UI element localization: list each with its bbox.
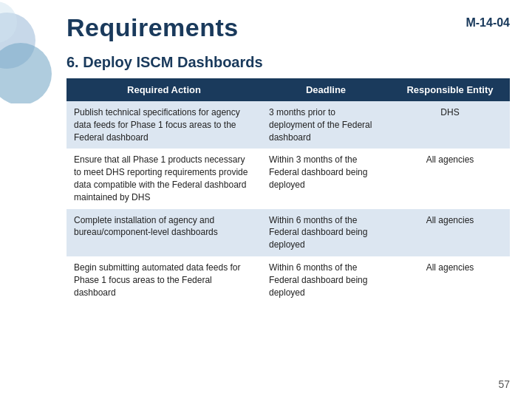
page-title: Requirements <box>66 13 239 42</box>
table-row: Complete installation of agency and bure… <box>66 209 510 256</box>
cell-entity: All agencies <box>390 149 510 208</box>
page-number: 57 <box>498 378 510 390</box>
cell-entity: DHS <box>390 101 510 149</box>
page-container: Requirements M-14-04 6. Deploy ISCM Dash… <box>0 0 532 399</box>
header-action: Required Action <box>66 78 262 101</box>
memo-id: M-14-04 <box>466 13 510 30</box>
cell-deadline: Within 6 months of the Federal dashboard… <box>262 209 390 256</box>
cell-entity: All agencies <box>390 209 510 256</box>
cell-action: Publish technical specifications for age… <box>66 101 262 149</box>
cell-entity: All agencies <box>390 256 510 304</box>
cell-action: Complete installation of agency and bure… <box>66 209 262 256</box>
section-subtitle: 6. Deploy ISCM Dashboards <box>0 50 532 78</box>
table-header-row: Required Action Deadline Responsible Ent… <box>66 78 510 101</box>
header-deadline: Deadline <box>262 78 390 101</box>
cell-action: Begin submitting automated data feeds fo… <box>66 256 262 304</box>
svg-point-1 <box>0 43 52 103</box>
cell-deadline: Within 3 months of the Federal dashboard… <box>262 149 390 208</box>
cell-deadline: Within 6 months of the Federal dashboard… <box>262 256 390 304</box>
cell-action: Ensure that all Phase 1 products necessa… <box>66 149 262 208</box>
header: Requirements M-14-04 <box>0 0 532 50</box>
header-entity: Responsible Entity <box>390 78 510 101</box>
table-row: Begin submitting automated data feeds fo… <box>66 256 510 304</box>
cell-deadline: 3 months prior to deployment of the Fede… <box>262 101 390 149</box>
requirements-table: Required Action Deadline Responsible Ent… <box>66 78 510 304</box>
table-row: Publish technical specifications for age… <box>66 101 510 149</box>
table-row: Ensure that all Phase 1 products necessa… <box>66 149 510 208</box>
